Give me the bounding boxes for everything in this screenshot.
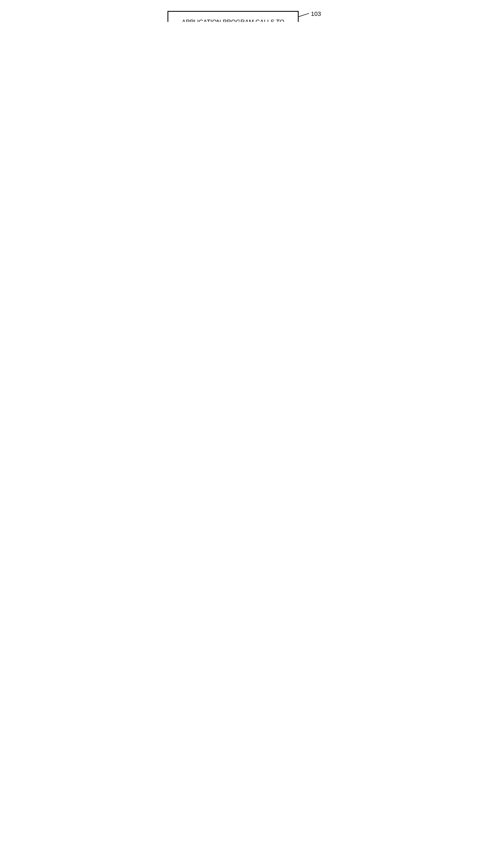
leader-103 <box>299 13 309 17</box>
ref-103: 103 <box>311 10 321 18</box>
process-103: APPLICATION PROGRAM CALLS TO CONNECT TO … <box>167 11 299 22</box>
